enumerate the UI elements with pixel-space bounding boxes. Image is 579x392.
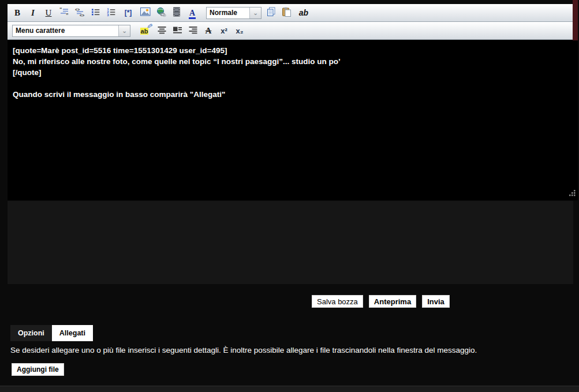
insert-image-button[interactable]: [140, 7, 151, 19]
svg-text:3: 3: [107, 13, 109, 17]
font-select-value: Menu carattere: [13, 25, 118, 36]
message-line: [/quote]: [13, 67, 572, 78]
resize-grip[interactable]: [569, 189, 576, 199]
svg-text:<>: <>: [80, 13, 84, 17]
superscript-button[interactable]: x²: [219, 25, 229, 37]
align-right-button[interactable]: [188, 25, 198, 37]
attachments-description: Se desideri allegare uno o più file inse…: [10, 346, 477, 354]
svg-text:<>: <>: [75, 8, 80, 12]
highlight-button[interactable]: ab✎: [137, 25, 151, 37]
list-unordered-button[interactable]: [90, 7, 100, 19]
quote-button[interactable]: “”: [59, 7, 69, 19]
font-color-button[interactable]: A: [187, 7, 197, 19]
svg-text:”: ”: [66, 12, 69, 17]
subscript-icon: x₂: [236, 27, 243, 35]
code-button[interactable]: <><>: [74, 7, 85, 19]
strikethrough-icon: A: [206, 26, 212, 36]
bold-button[interactable]: B: [12, 7, 23, 19]
insert-link-button[interactable]: [156, 7, 166, 19]
preview-button[interactable]: Anteprima: [369, 295, 416, 308]
message-line: No, mi riferisco alle nostre foto, come …: [13, 56, 572, 67]
add-file-button[interactable]: Aggiungi file: [12, 363, 64, 376]
underline-icon: U: [46, 9, 52, 17]
editor-toolbar: B I U “” <><> 123 [*] A Normale ⌄ ab Men…: [8, 4, 573, 40]
action-buttons: Salva bozza Anteprima Invia: [312, 295, 450, 308]
accent-strip: [573, 0, 578, 40]
font-select[interactable]: Menu carattere ⌄: [12, 25, 130, 37]
bottom-divider-strip: [0, 386, 579, 392]
tab-attachments[interactable]: Allegati: [52, 325, 93, 341]
align-block-button[interactable]: [172, 25, 182, 37]
strikethrough-button[interactable]: A: [203, 25, 214, 37]
submit-button[interactable]: Invia: [422, 295, 450, 308]
superscript-icon: x²: [221, 27, 227, 35]
list-unordered-icon: [91, 7, 100, 18]
insert-video-button[interactable]: [171, 7, 182, 19]
message-textarea[interactable]: [quote=Marè post_id=5516 time=1551301429…: [8, 40, 578, 200]
editor-lower-panel: [8, 201, 573, 284]
toolbar-row-1: B I U “” <><> 123 [*] A Normale ⌄ ab: [8, 4, 573, 22]
copy-button[interactable]: [266, 7, 276, 19]
message-line: [quote=Marè post_id=5516 time=1551301429…: [13, 45, 572, 56]
align-center-icon: [157, 25, 167, 36]
save-draft-button[interactable]: Salva bozza: [312, 295, 363, 308]
chevron-down-icon: ⌄: [118, 25, 130, 36]
format-select[interactable]: Normale ⌄: [206, 7, 262, 19]
film-icon: [172, 7, 181, 18]
message-line: [13, 78, 572, 89]
italic-button[interactable]: I: [28, 7, 38, 19]
ab-text-icon: ab: [299, 8, 308, 17]
format-select-value: Normale: [207, 8, 249, 18]
tab-options[interactable]: Opzioni: [10, 325, 52, 341]
list-item-icon: [*]: [125, 9, 132, 17]
highlight-icon: ab✎: [140, 27, 149, 35]
bottom-tabs: Opzioni Allegati: [10, 325, 93, 341]
paste-icon: [282, 7, 292, 18]
svg-text:“: “: [59, 7, 62, 12]
paste-button[interactable]: [281, 7, 292, 19]
toolbar-row-2: Menu carattere ⌄ ab✎ A x² x₂: [8, 22, 573, 40]
bold-icon: B: [14, 9, 20, 17]
font-color-icon: A: [189, 9, 195, 17]
message-line: Quando scrivi il messaggio in basso comp…: [13, 89, 572, 100]
align-center-button[interactable]: [156, 25, 167, 37]
chevron-down-icon: ⌄: [249, 8, 261, 18]
list-ordered-button[interactable]: 123: [106, 7, 116, 19]
pen-icon: ✎: [145, 22, 155, 29]
copy-icon: [266, 7, 276, 18]
list-ordered-icon: 123: [106, 7, 116, 18]
align-block-icon: [173, 25, 182, 36]
subscript-button[interactable]: x₂: [234, 25, 245, 37]
list-item-button[interactable]: [*]: [121, 7, 135, 19]
post-editor-screen: B I U “” <><> 123 [*] A Normale ⌄ ab Men…: [0, 0, 579, 392]
italic-icon: I: [31, 9, 35, 17]
align-right-icon: [188, 25, 198, 36]
quote-icon: “”: [59, 7, 69, 18]
underline-button[interactable]: U: [43, 7, 54, 19]
image-icon: [140, 7, 151, 18]
globe-link-icon: [156, 7, 166, 19]
inline-text-button[interactable]: ab: [297, 7, 311, 19]
code-icon: <><>: [75, 7, 85, 18]
